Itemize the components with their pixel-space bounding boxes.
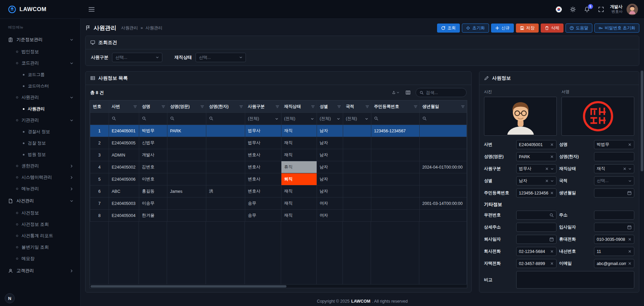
sidebar-item-employee-mgmt[interactable]: 사원관리 [0, 92, 80, 103]
column-select-filter[interactable]: (전체) [245, 113, 281, 125]
page-scrollbar-thumb[interactable] [641, 71, 643, 171]
sidebar-item-authority-mgmt[interactable]: 권한관리 [0, 160, 80, 172]
field-birth-date[interactable] [594, 188, 634, 198]
column-header-5[interactable]: 사원구분 [245, 101, 281, 113]
sidebar-item-case-info-search[interactable]: 사건정보 조회 [0, 219, 80, 230]
sidebar-item-code-master[interactable]: 코드마스터 [0, 80, 80, 92]
clear-icon[interactable] [550, 155, 554, 159]
table-search-input[interactable] [426, 90, 463, 95]
field-zip-code[interactable] [516, 211, 556, 220]
sidebar-item-memo[interactable]: 메모장 [0, 253, 80, 264]
employee-photo[interactable] [484, 97, 557, 136]
field-gender[interactable]: 남자 [516, 176, 556, 185]
clear-icon[interactable] [545, 179, 549, 183]
sidebar-item-case-info[interactable]: 사건정보 [0, 207, 80, 219]
reset-button[interactable]: 초기화 [462, 24, 489, 33]
employment-status-select[interactable]: 선택... [196, 53, 246, 62]
clear-icon[interactable] [545, 167, 549, 171]
password-reset-button[interactable]: 비밀번호 초기화 [594, 24, 639, 33]
save-button[interactable]: 저장 [516, 24, 539, 33]
field-emp-type[interactable]: 법무사 [516, 164, 556, 173]
field-input-emp-name[interactable] [597, 142, 626, 147]
field-emp-name[interactable] [594, 140, 634, 149]
sidebar-item-code-group[interactable]: 코드그룹 [0, 69, 80, 80]
column-search-filter[interactable] [371, 113, 420, 125]
filter-icon[interactable] [133, 105, 137, 109]
filter-icon[interactable] [161, 105, 165, 109]
sidebar-item-employee-mgmt-page[interactable]: 사원관리 [0, 103, 80, 115]
filter-icon[interactable] [311, 105, 315, 109]
field-input-join-date[interactable] [597, 225, 626, 230]
column-search-filter[interactable] [167, 113, 206, 125]
clear-icon[interactable] [628, 143, 632, 146]
sidebar-item-customer-mgmt[interactable]: 고객관리 [0, 264, 80, 277]
field-input-emp-name-hanja[interactable] [597, 155, 632, 159]
filter-icon[interactable] [461, 105, 465, 109]
field-input-office-phone[interactable] [519, 249, 548, 254]
search-icon[interactable] [549, 213, 554, 217]
field-emp-name-hanja[interactable] [594, 152, 634, 161]
filter-icon[interactable] [414, 105, 418, 109]
clear-icon[interactable] [623, 167, 627, 171]
field-join-date[interactable] [594, 223, 634, 232]
clear-icon[interactable] [550, 250, 554, 253]
column-settings-button[interactable] [404, 88, 412, 97]
field-input-mobile-phone[interactable] [597, 237, 626, 242]
notification-fab[interactable]: N [5, 293, 15, 303]
filter-icon[interactable] [239, 105, 243, 109]
clear-icon[interactable] [550, 143, 554, 146]
field-input-address[interactable] [597, 213, 632, 218]
table-row[interactable]: 8E240405004한겨울송무재직여자 [90, 210, 467, 222]
signature-seal[interactable] [561, 97, 634, 136]
column-search-filter[interactable] [420, 113, 467, 125]
table-row[interactable]: 5E240405006이변호변호사퇴직남자 [90, 173, 467, 185]
field-ext-number[interactable] [594, 247, 634, 256]
column-header-2[interactable]: 성명 [139, 101, 167, 113]
table-row[interactable]: 3ADMIN개발사변호사재직남자 [90, 149, 467, 161]
sidebar-item-org-mgmt[interactable]: 기관관리 [0, 115, 80, 126]
field-office-phone[interactable] [516, 247, 556, 256]
field-emp-id[interactable] [516, 140, 556, 149]
table-row[interactable]: 1E240405001박법무PARK법무사재직남자123456-1234567 [90, 125, 467, 137]
menu-toggle-button[interactable] [87, 4, 97, 14]
clear-icon[interactable] [628, 262, 632, 265]
calendar-icon[interactable] [627, 225, 632, 229]
employee-type-select[interactable]: 선택... [112, 53, 162, 62]
column-header-8[interactable]: 국적 [343, 101, 371, 113]
field-input-ext-number[interactable] [597, 249, 626, 254]
field-input-emp-name-en[interactable] [519, 155, 548, 159]
column-header-6[interactable]: 재직상태 [281, 101, 317, 113]
column-header-3[interactable]: 성명(영문) [167, 101, 206, 113]
fullscreen-button[interactable] [596, 4, 606, 14]
field-input-leave-date[interactable] [519, 237, 548, 242]
field-input-ssn[interactable] [519, 191, 548, 195]
column-search-filter[interactable] [139, 113, 167, 125]
sidebar-item-fixed-date-search[interactable]: 불변기일 조회 [0, 242, 80, 253]
column-search-filter[interactable] [109, 113, 139, 125]
sidebar-item-system-history-mgmt[interactable]: 시스템이력관리 [0, 172, 80, 183]
sidebar-item-corp-info[interactable]: 법인정보 [0, 46, 80, 57]
sidebar-item-prosecution-info[interactable]: 검찰 정보 [0, 137, 80, 149]
clear-icon[interactable] [628, 237, 632, 241]
logo[interactable]: LAWCOM [0, 0, 80, 18]
page-scrollbar[interactable] [641, 20, 643, 305]
field-ssn[interactable] [516, 188, 556, 198]
sidebar-item-menu-mgmt[interactable]: 메뉴관리 [0, 183, 80, 194]
calendar-icon[interactable] [549, 237, 554, 242]
field-email[interactable] [594, 259, 634, 268]
sidebar-item-case-mgmt[interactable]: 사건관리 [0, 194, 80, 207]
export-button[interactable] [391, 88, 400, 97]
sidebar-item-police-info[interactable]: 경찰서 정보 [0, 126, 80, 137]
field-input-home-phone[interactable] [519, 261, 548, 266]
notifications-button[interactable]: 5 [582, 4, 592, 14]
filter-icon[interactable] [275, 105, 279, 109]
column-search-filter[interactable] [206, 113, 245, 125]
column-select-filter[interactable]: (전체) [281, 113, 317, 125]
field-mobile-phone[interactable] [594, 235, 634, 244]
field-input-birth-date[interactable] [597, 191, 626, 195]
column-header-10[interactable]: 생년월일 [420, 101, 467, 113]
field-home-phone[interactable] [516, 259, 556, 268]
column-header-0[interactable]: 번호 [90, 101, 109, 113]
table-horizontal-scrollbar[interactable] [90, 284, 467, 288]
column-header-1[interactable]: 사번 [109, 101, 139, 113]
